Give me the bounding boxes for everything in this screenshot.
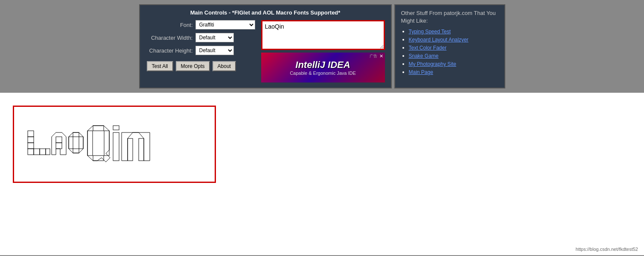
ad-close-button[interactable]: ✕	[379, 53, 383, 59]
link-text-color-fader[interactable]: Text Color Fader	[409, 45, 447, 51]
link-main-page[interactable]: Main Page	[409, 69, 433, 75]
text-input[interactable]: LaoQin	[261, 20, 385, 50]
svg-rect-20	[113, 126, 119, 130]
svg-marker-10	[69, 132, 83, 153]
svg-rect-21	[113, 132, 119, 161]
button-row: Test All More Opts About	[146, 61, 257, 71]
controls-body: Font: Graffiti Standard Banner Big Block…	[146, 20, 385, 82]
about-button[interactable]: About	[213, 61, 236, 71]
font-control-row: Font: Graffiti Standard Banner Big Block…	[146, 20, 257, 29]
svg-marker-7	[52, 132, 66, 155]
svg-rect-2	[28, 143, 34, 149]
char-height-select[interactable]: Default Fitted Full Smush	[195, 46, 234, 55]
svg-rect-18	[104, 131, 109, 156]
controls-left: Font: Graffiti Standard Banner Big Block…	[146, 20, 257, 82]
test-all-button[interactable]: Test All	[147, 61, 173, 71]
char-width-row: Character Width: Default Fitted Full Smu…	[146, 33, 257, 42]
svg-rect-8	[56, 137, 62, 143]
ad-subtitle: Capable & Ergonomic Java IDE	[290, 71, 356, 76]
footer-link[interactable]: https://blog.csdn.net/fkdtest52	[576, 247, 638, 252]
ad-banner: 广告 ✕ IntelliJ IDEA Capable & Ergonomic J…	[261, 53, 385, 82]
svg-rect-0	[28, 131, 34, 137]
svg-marker-22	[122, 132, 150, 161]
font-select[interactable]: Graffiti Standard Banner Big Block Bubbl…	[195, 20, 255, 29]
ad-flag: 广告	[370, 53, 377, 59]
list-item-snake: Snake Game	[409, 53, 498, 59]
more-opts-button[interactable]: More Opts	[176, 61, 210, 71]
svg-rect-17	[87, 131, 93, 156]
svg-rect-12	[69, 137, 73, 149]
list-item-photography: My Photography Site	[409, 61, 498, 67]
char-height-label: Character Height:	[146, 47, 193, 54]
list-item-typing: Typing Speed Test	[409, 28, 498, 35]
svg-rect-24	[139, 138, 144, 161]
list-item-keyboard: Keyboard Layout Analzyer	[409, 36, 498, 43]
ascii-art-svg	[23, 114, 206, 174]
link-keyboard-layout[interactable]: Keyboard Layout Analzyer	[409, 37, 469, 43]
svg-rect-6	[46, 149, 50, 155]
font-label: Font:	[146, 22, 193, 28]
svg-rect-5	[40, 149, 46, 155]
svg-marker-15	[87, 126, 110, 162]
top-bar: Main Controls - *FIGlet and AOL Macro Fo…	[0, 0, 644, 93]
ascii-output-box	[13, 106, 216, 183]
link-typing-speed[interactable]: Typing Speed Test	[409, 29, 451, 35]
other-stuff-panel: Other Stuff From patorjk.com That You Mi…	[394, 4, 505, 88]
list-item-color-fader: Text Color Fader	[409, 44, 498, 51]
svg-rect-11	[73, 132, 79, 137]
main-controls-title: Main Controls - *FIGlet and AOL Macro Fo…	[146, 9, 385, 16]
other-stuff-list: Typing Speed Test Keyboard Layout Analzy…	[401, 28, 498, 75]
svg-rect-9	[56, 143, 62, 149]
link-photography[interactable]: My Photography Site	[409, 61, 456, 67]
svg-rect-1	[28, 137, 34, 143]
char-width-label: Character Width:	[146, 35, 193, 41]
svg-rect-13	[79, 137, 83, 149]
svg-rect-4	[34, 149, 40, 155]
controls-right: LaoQin 广告 ✕ IntelliJ IDEA Capable & Ergo…	[261, 20, 385, 82]
char-height-row: Character Height: Default Fitted Full Sm…	[146, 46, 257, 55]
other-stuff-title: Other Stuff From patorjk.com That You Mi…	[401, 9, 498, 25]
ad-title: IntelliJ IDEA	[295, 59, 350, 71]
link-snake-game[interactable]: Snake Game	[409, 53, 439, 59]
output-area: https://blog.csdn.net/fkdtest52	[0, 93, 644, 255]
svg-rect-3	[28, 149, 34, 155]
list-item-main: Main Page	[409, 69, 498, 75]
main-controls-panel: Main Controls - *FIGlet and AOL Macro Fo…	[139, 4, 392, 88]
char-width-select[interactable]: Default Fitted Full Smush	[195, 33, 234, 42]
svg-rect-14	[73, 149, 79, 153]
svg-rect-23	[128, 138, 133, 161]
svg-rect-16	[93, 126, 104, 131]
